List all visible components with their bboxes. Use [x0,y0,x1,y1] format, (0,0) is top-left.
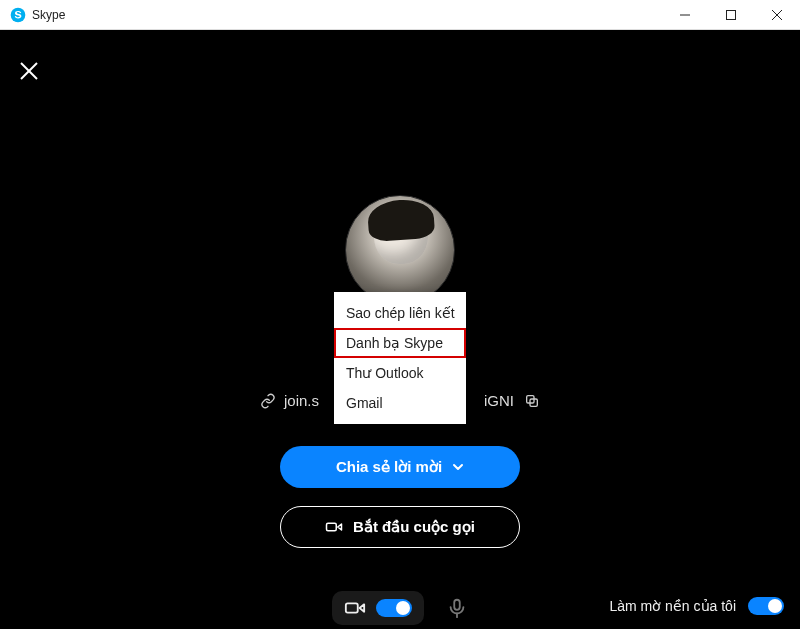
share-invite-button[interactable]: Chia sẻ lời mời [280,446,520,488]
close-overlay-button[interactable] [18,60,42,84]
skype-app-icon [10,7,26,23]
window-minimize-button[interactable] [662,0,708,30]
chevron-down-icon [452,461,464,473]
invite-link-text-left: join.s [284,392,319,409]
blur-background-label: Làm mờ nền của tôi [609,598,736,614]
link-icon [260,393,276,409]
svg-marker-12 [360,604,365,611]
menu-item-copy-link[interactable]: Sao chép liên kết [334,298,466,328]
share-context-menu: Sao chép liên kết Danh bạ Skype Thư Outl… [334,292,466,424]
avatar [345,195,455,305]
bottom-center-controls [332,591,468,625]
camera-toggle[interactable] [376,599,412,617]
window-close-button[interactable] [754,0,800,30]
menu-item-outlook[interactable]: Thư Outlook [334,358,466,388]
app-body: join.s iGNI Sao chép liên kết Danh bạ Sk… [0,30,800,629]
center-stack [0,195,800,305]
blur-background-control: Làm mờ nền của tôi [609,597,784,615]
start-call-label: Bắt đầu cuộc gọi [353,518,475,536]
camera-icon [344,597,366,619]
svg-rect-2 [727,11,736,20]
camera-toggle-group [332,591,424,625]
share-invite-label: Chia sẻ lời mời [336,458,442,476]
bottom-controls-bar: Làm mờ nền của tôi [0,567,800,629]
invite-link-text-right: iGNI [484,392,514,409]
copy-icon[interactable] [524,393,540,409]
blur-background-toggle[interactable] [748,597,784,615]
window-titlebar: Skype [0,0,800,30]
svg-marker-10 [338,524,342,530]
video-camera-icon [325,518,343,536]
svg-rect-13 [454,600,460,610]
window-controls [662,0,800,30]
menu-item-gmail[interactable]: Gmail [334,388,466,418]
menu-item-skype-contacts[interactable]: Danh bạ Skype [334,328,466,358]
window-title: Skype [32,8,65,22]
svg-rect-11 [346,603,358,612]
microphone-icon[interactable] [446,597,468,619]
start-call-button[interactable]: Bắt đầu cuộc gọi [280,506,520,548]
window-maximize-button[interactable] [708,0,754,30]
svg-rect-9 [327,523,337,531]
